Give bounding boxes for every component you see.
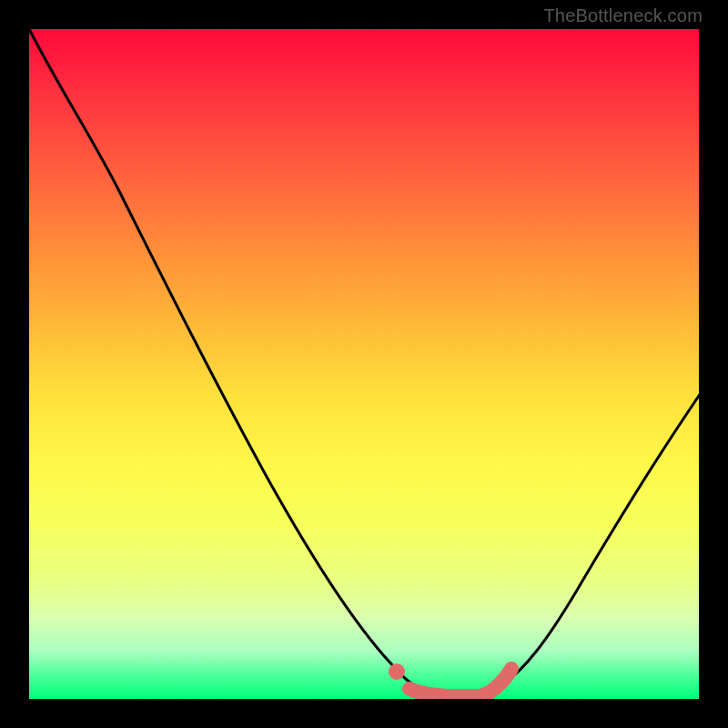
- main-curve: [29, 29, 699, 695]
- plot-area: [29, 29, 699, 699]
- highlight-marker: [389, 663, 405, 680]
- attribution-label: TheBottleneck.com: [543, 5, 703, 26]
- chart-svg: [29, 29, 699, 699]
- chart-frame: TheBottleneck.com: [0, 0, 728, 728]
- highlight-segment: [410, 669, 511, 696]
